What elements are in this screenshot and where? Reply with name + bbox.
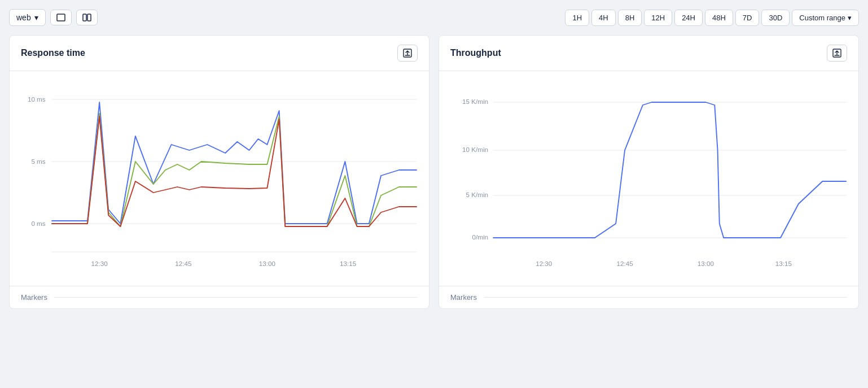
svg-text:12:30: 12:30	[536, 260, 552, 267]
layout-single-button[interactable]	[50, 10, 72, 25]
toolbar: web ▾ 1H 4H 8H 12H 24H 48H 7D 30D Custom…	[9, 9, 859, 26]
svg-text:13:00: 13:00	[259, 260, 275, 267]
throughput-export-icon	[832, 48, 842, 58]
response-time-export-button[interactable]	[397, 45, 418, 62]
export-icon	[402, 48, 413, 58]
response-time-markers-label: Markers	[21, 293, 47, 302]
response-time-markers-line	[54, 297, 418, 298]
web-dropdown-label: web	[16, 13, 31, 22]
time-1h-button[interactable]: 1H	[565, 10, 589, 26]
response-time-card: Response time 10 ms 5 ms 0 ms	[9, 35, 429, 309]
time-4h-button[interactable]: 4H	[591, 10, 616, 26]
throughput-header: Throughput	[439, 36, 858, 71]
time-30d-button[interactable]: 30D	[761, 10, 790, 26]
throughput-title: Throughput	[450, 48, 501, 58]
throughput-card: Throughput 15 K/min 10 K/min 5 K/min	[439, 35, 859, 309]
toolbar-right: 1H 4H 8H 12H 24H 48H 7D 30D Custom range…	[565, 10, 859, 26]
layout-grid-button[interactable]	[76, 10, 98, 25]
svg-text:13:15: 13:15	[340, 260, 356, 267]
svg-text:0 ms: 0 ms	[31, 220, 46, 227]
charts-grid: Response time 10 ms 5 ms 0 ms	[9, 35, 859, 309]
web-dropdown[interactable]: web ▾	[9, 9, 46, 26]
throughput-svg: 15 K/min 10 K/min 5 K/min 0/min 12:30 12…	[439, 71, 858, 286]
response-time-title: Response time	[21, 48, 85, 58]
svg-text:0/min: 0/min	[472, 234, 489, 241]
time-48h-button[interactable]: 48H	[705, 10, 733, 26]
svg-text:10 ms: 10 ms	[28, 96, 46, 103]
throughput-chart-body: 15 K/min 10 K/min 5 K/min 0/min 12:30 12…	[439, 71, 858, 286]
svg-rect-2	[87, 14, 91, 21]
svg-text:13:15: 13:15	[775, 260, 792, 267]
custom-range-chevron-icon: ▾	[848, 14, 852, 22]
svg-text:12:30: 12:30	[91, 260, 108, 267]
svg-text:10 K/min: 10 K/min	[462, 146, 488, 153]
time-7d-button[interactable]: 7D	[735, 10, 760, 26]
throughput-footer: Markers	[439, 286, 858, 308]
time-24h-button[interactable]: 24H	[674, 10, 703, 26]
svg-text:12:45: 12:45	[175, 260, 191, 267]
chevron-down-icon: ▾	[34, 13, 38, 22]
svg-text:15 K/min: 15 K/min	[462, 98, 488, 105]
time-12h-button[interactable]: 12H	[644, 10, 672, 26]
throughput-markers-label: Markers	[450, 293, 477, 302]
custom-range-button[interactable]: Custom range ▾	[792, 10, 859, 26]
svg-text:5 ms: 5 ms	[31, 158, 46, 165]
throughput-export-button[interactable]	[827, 45, 847, 62]
svg-rect-1	[83, 14, 86, 21]
response-time-chart-body: 10 ms 5 ms 0 ms 12:30 12:45 13:00 13:15	[10, 71, 429, 286]
svg-text:12:45: 12:45	[616, 260, 633, 267]
throughput-markers-line	[484, 297, 847, 298]
svg-rect-0	[57, 14, 65, 21]
layout-grid-icon	[82, 14, 91, 21]
response-time-header: Response time	[10, 36, 429, 71]
response-time-footer: Markers	[10, 286, 429, 308]
toolbar-left: web ▾	[9, 9, 98, 26]
layout-single-icon	[56, 14, 65, 21]
time-8h-button[interactable]: 8H	[618, 10, 642, 26]
custom-range-label: Custom range	[799, 14, 845, 22]
svg-text:13:00: 13:00	[698, 260, 714, 267]
response-time-svg: 10 ms 5 ms 0 ms 12:30 12:45 13:00 13:15	[10, 71, 429, 286]
svg-text:5 K/min: 5 K/min	[466, 191, 489, 198]
